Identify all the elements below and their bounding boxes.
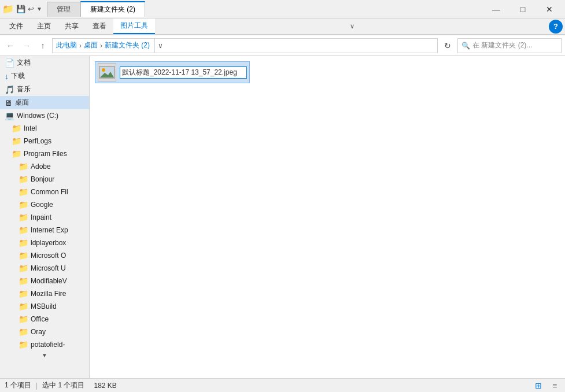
sidebar-label-ldplayer: ldplayerbox	[31, 239, 66, 247]
folder-icon: 📁	[19, 225, 28, 235]
file-name-input[interactable]: 默认标题_2022-11-17 13_57_22.jpeg	[120, 66, 247, 79]
tab-view[interactable]: 查看	[86, 19, 113, 34]
tab-manage[interactable]: 管理	[47, 2, 80, 17]
folder-icon: 📁	[19, 302, 28, 311]
sidebar-label-inpaint: Inpaint	[31, 213, 51, 221]
ribbon-expand-icon[interactable]: ∨	[348, 20, 357, 32]
sidebar-item-bonjour[interactable]: 📁 Bonjour	[0, 173, 89, 186]
sidebar-item-mozilla[interactable]: 📁 Mozilla Fire	[0, 287, 89, 300]
up-button[interactable]: ↑	[36, 39, 50, 53]
sidebar-item-desktop[interactable]: 🖥 桌面	[0, 96, 89, 109]
search-box[interactable]: 🔍 在 新建文件夹 (2)...	[457, 38, 562, 53]
status-sep-1: |	[36, 382, 38, 390]
title-tabs: 管理 新建文件夹 (2)	[47, 1, 483, 17]
sidebar-item-microsofto[interactable]: 📁 Microsoft O	[0, 249, 89, 262]
status-selected: 选中 1 个项目	[42, 380, 84, 390]
quick-access-undo[interactable]: ↩	[28, 5, 34, 13]
file-thumbnail	[98, 63, 116, 82]
status-bar: 1 个项目 | 选中 1 个项目 182 KB ⊞ ≡	[0, 378, 565, 392]
status-count: 1 个项目	[5, 380, 31, 390]
breadcrumb-current[interactable]: 新建文件夹 (2)	[105, 40, 150, 50]
folder-icon: 📁	[19, 340, 28, 349]
sidebar-item-music[interactable]: 🎵 音乐	[0, 83, 89, 96]
breadcrumb-desktop[interactable]: 桌面	[84, 40, 98, 50]
title-bar: 📁 💾 ↩ ▼ 管理 新建文件夹 (2) — □ ✕	[0, 0, 565, 19]
downloads-icon: ↓	[5, 72, 9, 81]
folder-icon: 📁	[19, 327, 28, 336]
quick-access-dropdown[interactable]: ▼	[36, 6, 42, 12]
folder-icon: 📁	[19, 251, 28, 260]
minimize-button[interactable]: —	[483, 0, 509, 19]
ribbon: 文件 主页 共享 查看 图片工具 ∨ ?	[0, 19, 565, 35]
folder-icon: 📁	[19, 264, 28, 273]
quick-access-save[interactable]: 💾	[16, 5, 25, 13]
sep-2: ›	[100, 42, 102, 50]
sidebar-label-office: Office	[31, 315, 49, 323]
sidebar-item-inpaint[interactable]: 📁 Inpaint	[0, 211, 89, 224]
view-icons-button[interactable]: ⊞	[533, 380, 544, 391]
tab-file[interactable]: 文件	[2, 19, 30, 34]
tab-share[interactable]: 共享	[58, 19, 86, 34]
folder-icon: 📁	[19, 213, 28, 222]
sidebar-label-microsofto: Microsoft O	[31, 252, 66, 260]
tab-home[interactable]: 主页	[30, 19, 58, 34]
sidebar-item-msbuild[interactable]: 📁 MSBuild	[0, 300, 89, 313]
scroll-down-indicator[interactable]: ▼	[0, 351, 89, 360]
sep-1: ›	[79, 42, 82, 50]
sidebar-item-ie[interactable]: 📁 Internet Exp	[0, 224, 89, 236]
file-item[interactable]: 默认标题_2022-11-17 13_57_22.jpeg	[95, 62, 249, 83]
sidebar-item-commonfiles[interactable]: 📁 Common Fil	[0, 186, 89, 198]
view-list-button[interactable]: ≡	[549, 380, 560, 391]
sidebar-label-intel: Intel	[24, 124, 37, 132]
tab-picture-tools[interactable]: 图片工具	[113, 19, 155, 34]
sidebar-item-oray[interactable]: 📁 Oray	[0, 326, 89, 338]
breadcrumb-pc[interactable]: 此电脑	[56, 40, 77, 50]
sidebar: 📄 文档 ↓ 下载 🎵 音乐 🖥 桌面 💻 Windows (C:) 📁 Int…	[0, 56, 90, 378]
help-button[interactable]: ?	[549, 20, 563, 34]
sidebar-item-drive-c[interactable]: 💻 Windows (C:)	[0, 109, 89, 122]
status-bar-right: ⊞ ≡	[533, 380, 560, 391]
close-button[interactable]: ✕	[536, 0, 563, 19]
sidebar-label-desktop: 桌面	[15, 98, 29, 108]
maximize-button[interactable]: □	[509, 0, 536, 19]
sidebar-item-perflogs[interactable]: 📁 PerfLogs	[0, 135, 89, 147]
app-icon: 📁	[2, 3, 14, 14]
forward-button[interactable]: →	[20, 39, 34, 53]
search-icon: 🔍	[461, 42, 470, 50]
ribbon-tab-bar: 文件 主页 共享 查看 图片工具 ∨ ?	[0, 19, 565, 35]
address-path[interactable]: 此电脑 › 桌面 › 新建文件夹 (2) ∨	[52, 38, 438, 53]
sidebar-item-potatofield[interactable]: 📁 potatofield-	[0, 338, 89, 351]
sidebar-label-programfiles: Program Files	[24, 150, 67, 158]
sidebar-item-modifiable[interactable]: 📁 ModifiableV	[0, 275, 89, 287]
sidebar-item-intel[interactable]: 📁 Intel	[0, 122, 89, 135]
sidebar-label-adobe: Adobe	[31, 162, 51, 171]
sidebar-item-ldplayer[interactable]: 📁 ldplayerbox	[0, 236, 89, 249]
sidebar-label-downloads: 下载	[11, 71, 25, 81]
svg-point-2	[102, 68, 105, 72]
sidebar-item-microsoftu[interactable]: 📁 Microsoft U	[0, 262, 89, 275]
sidebar-label-music: 音乐	[17, 84, 31, 94]
sidebar-label-microsoftu: Microsoft U	[31, 264, 66, 272]
sidebar-item-programfiles[interactable]: 📁 Program Files	[0, 147, 89, 160]
folder-icon: 📁	[19, 187, 28, 197]
sidebar-item-office[interactable]: 📁 Office	[0, 313, 89, 326]
sidebar-label-perflogs: PerfLogs	[24, 137, 51, 145]
folder-icon: 📁	[19, 200, 28, 209]
sidebar-item-documents[interactable]: 📄 文档	[0, 56, 89, 69]
drive-c-icon: 💻	[5, 111, 14, 120]
sidebar-item-adobe[interactable]: 📁 Adobe	[0, 160, 89, 173]
desktop-icon: 🖥	[5, 98, 13, 108]
sidebar-label-modifiable: ModifiableV	[31, 277, 67, 285]
sidebar-label-msbuild: MSBuild	[31, 302, 57, 310]
back-button[interactable]: ←	[3, 39, 17, 53]
tab-folder[interactable]: 新建文件夹 (2)	[80, 1, 145, 17]
sidebar-item-google[interactable]: 📁 Google	[0, 198, 89, 211]
status-size: 182 KB	[94, 382, 116, 390]
sidebar-label-commonfiles: Common Fil	[31, 188, 68, 196]
sidebar-item-downloads[interactable]: ↓ 下载	[0, 69, 89, 83]
folder-icon: 📁	[19, 238, 28, 247]
refresh-button[interactable]: ↻	[440, 38, 455, 53]
folder-icon: 📁	[19, 315, 28, 324]
folder-icon: 📁	[12, 124, 21, 133]
path-dropdown[interactable]: ∨	[154, 38, 166, 53]
